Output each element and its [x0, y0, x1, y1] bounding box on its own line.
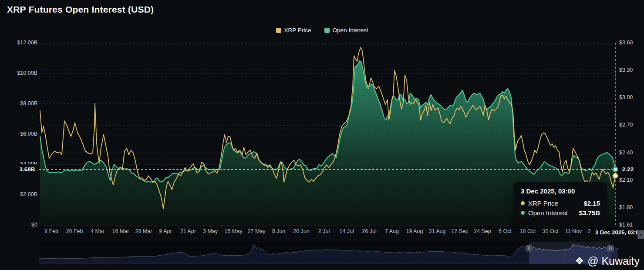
watermark: ❖ @ Kuwaity	[575, 255, 640, 267]
tooltip-value: $3.75B	[579, 209, 600, 217]
tooltip-label: XRP Price	[528, 200, 583, 207]
xrp-price-marker	[613, 173, 617, 178]
right-axis-crosshair-badge: 2.22	[618, 164, 637, 174]
navigator-handle-right[interactable]	[607, 245, 614, 251]
tooltip-date: 3 Dec 2025, 03:00	[521, 187, 600, 195]
tooltip-value: $2.15	[583, 200, 600, 207]
left-axis-crosshair-badge: 3.68B	[16, 164, 38, 174]
tooltip-label: Open Interest	[528, 209, 579, 217]
tooltip: 3 Dec 2025, 03:00 XRP Price $2.15 Open I…	[514, 182, 607, 223]
watermark-text: @ Kuwaity	[587, 255, 640, 267]
tooltip-row-open-interest: Open Interest $3.75B	[521, 209, 600, 217]
navigator-dim-left	[39, 242, 529, 264]
x-axis-crosshair-badge: 3 Dec 2025, 03:00	[591, 227, 644, 237]
navigator-scroll-right-button[interactable]: ›	[637, 230, 644, 239]
xrp-price-dot-icon	[521, 201, 525, 205]
open-interest-marker	[613, 167, 617, 172]
tooltip-row-xrp-price: XRP Price $2.15	[521, 200, 600, 207]
binance-logo-icon: ❖	[575, 256, 584, 266]
chart-stage: XRP Futures Open Interest (USD) XRP Pric…	[0, 0, 644, 270]
navigator-handle-left[interactable]	[526, 245, 532, 251]
chart-canvas[interactable]	[0, 0, 644, 270]
open-interest-dot-icon	[521, 211, 525, 215]
